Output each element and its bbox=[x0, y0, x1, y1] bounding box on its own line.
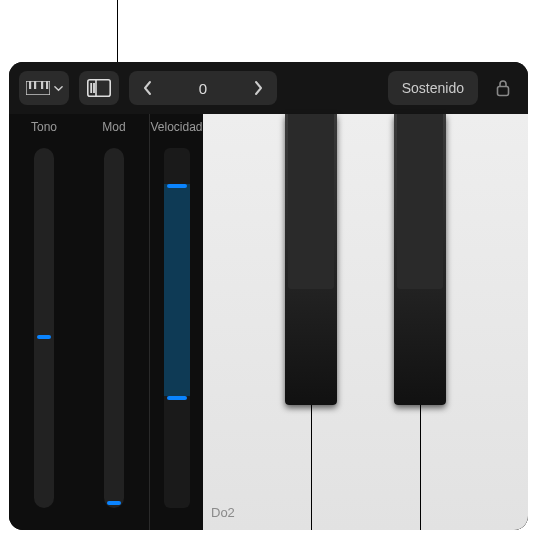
pitch-label: Tono bbox=[31, 120, 57, 134]
black-key[interactable] bbox=[394, 114, 446, 405]
callout-line bbox=[117, 0, 118, 62]
svg-rect-4 bbox=[46, 81, 48, 89]
piano-keyboard[interactable]: Do2 bbox=[203, 114, 528, 530]
octave-value: 0 bbox=[199, 80, 207, 97]
controls-panel-toggle-button[interactable] bbox=[79, 71, 119, 105]
lock-icon bbox=[495, 79, 511, 97]
note-label: Do2 bbox=[211, 505, 235, 520]
chevron-left-icon bbox=[142, 80, 154, 96]
controls-panel-icon bbox=[87, 79, 111, 97]
mod-slider-thumb bbox=[107, 501, 121, 505]
pitch-slider-thumb bbox=[37, 335, 51, 339]
octave-up-button[interactable] bbox=[243, 73, 273, 103]
mod-label: Mod bbox=[102, 120, 125, 134]
velocity-range-fill bbox=[164, 184, 190, 396]
svg-rect-3 bbox=[41, 81, 43, 89]
svg-rect-2 bbox=[34, 81, 36, 89]
pitch-column: Tono bbox=[9, 120, 79, 530]
svg-rect-8 bbox=[93, 83, 95, 93]
svg-rect-1 bbox=[29, 81, 31, 89]
pitch-mod-group: Tono Mod bbox=[9, 114, 149, 530]
mod-column: Mod bbox=[79, 120, 149, 530]
sustain-label: Sostenido bbox=[402, 80, 464, 96]
black-key[interactable] bbox=[285, 114, 337, 405]
body: Tono Mod Velocidad bbox=[9, 114, 528, 530]
svg-rect-7 bbox=[90, 83, 92, 93]
controls-panel: Tono Mod Velocidad bbox=[9, 114, 203, 530]
velocity-high-thumb bbox=[167, 184, 187, 188]
velocity-label: Velocidad bbox=[150, 120, 202, 134]
velocity-column: Velocidad bbox=[149, 114, 203, 530]
keyboard-app-window: 0 Sostenido Tono bbox=[9, 62, 528, 530]
toolbar: 0 Sostenido bbox=[9, 62, 528, 114]
velocity-range-slider[interactable] bbox=[164, 148, 190, 508]
chevron-right-icon bbox=[252, 80, 264, 96]
pitch-slider[interactable] bbox=[34, 148, 54, 508]
keyboard-icon bbox=[26, 81, 50, 95]
glissando-lock-button[interactable] bbox=[488, 79, 518, 97]
keyboard-layout-button[interactable] bbox=[19, 71, 69, 105]
mod-slider[interactable] bbox=[104, 148, 124, 508]
chevron-down-icon bbox=[54, 84, 63, 93]
sustain-button[interactable]: Sostenido bbox=[388, 71, 478, 105]
velocity-low-thumb bbox=[167, 396, 187, 400]
svg-rect-9 bbox=[498, 87, 509, 96]
octave-down-button[interactable] bbox=[133, 73, 163, 103]
octave-stepper: 0 bbox=[129, 71, 277, 105]
